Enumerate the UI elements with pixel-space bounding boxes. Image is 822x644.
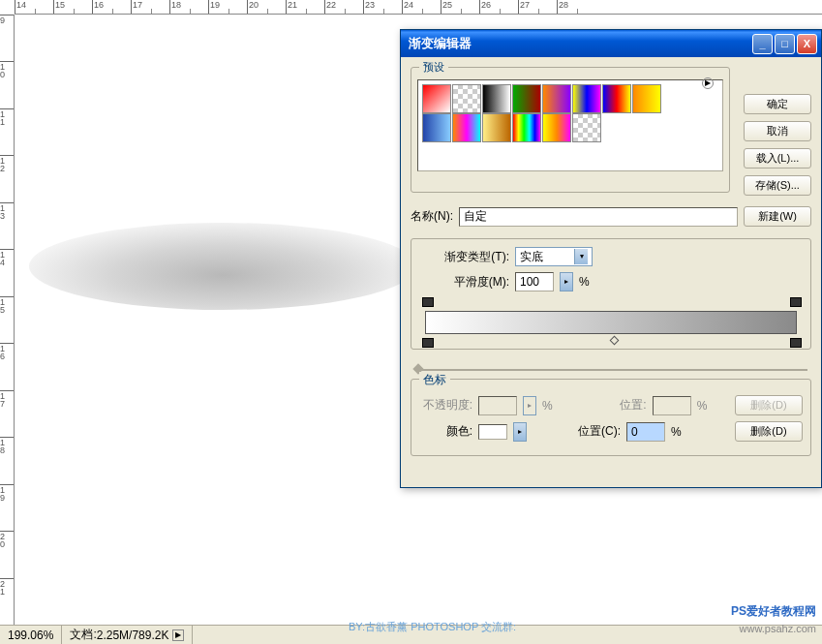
preset-swatch[interactable] <box>422 84 451 113</box>
preset-swatch[interactable] <box>572 113 601 142</box>
section-divider <box>414 369 807 371</box>
preset-swatch[interactable] <box>482 84 511 113</box>
name-input[interactable] <box>459 207 738 227</box>
smoothness-label: 平滑度(M): <box>437 274 509 291</box>
ok-button[interactable]: 确定 <box>744 94 811 114</box>
watermark-url: www.psahz.com <box>740 623 816 634</box>
position-label: 位置: <box>594 397 647 414</box>
preset-swatch[interactable] <box>512 113 541 142</box>
cancel-button[interactable]: 取消 <box>744 121 811 141</box>
opacity-spinner: ▸ <box>523 396 536 415</box>
gradient-type-label: 渐变类型(T): <box>437 249 509 265</box>
gradient-type-select[interactable]: 实底▾ <box>515 247 593 266</box>
new-button[interactable]: 新建(W) <box>744 206 811 227</box>
color-swatch[interactable] <box>478 424 507 440</box>
preset-swatch[interactable] <box>452 84 481 113</box>
maximize-button[interactable]: □ <box>775 34 795 54</box>
position-label-c: 位置(C): <box>567 423 621 440</box>
chevron-down-icon: ▾ <box>574 249 588 264</box>
preset-swatch[interactable] <box>422 113 451 142</box>
preset-swatch[interactable] <box>602 84 631 113</box>
preset-menu-icon[interactable]: ▶ <box>702 77 714 89</box>
smoothness-input[interactable] <box>515 272 554 291</box>
delete-opacity-button: 删除(D) <box>735 395 803 415</box>
opacity-stop-right[interactable] <box>790 297 800 311</box>
smoothness-spinner[interactable]: ▸ <box>560 272 573 291</box>
horizontal-ruler: 141516171819202122232425262728 <box>15 0 822 15</box>
preset-swatches[interactable] <box>417 79 723 171</box>
percent-label: % <box>579 275 590 289</box>
zoom-level[interactable]: 199.06% <box>0 626 62 644</box>
opacity-stop-left[interactable] <box>422 297 432 311</box>
load-button[interactable]: 载入(L)... <box>744 148 811 169</box>
presets-legend: 预设 <box>419 60 448 75</box>
color-picker-arrow[interactable]: ▸ <box>513 422 527 442</box>
delete-color-button[interactable]: 删除(D) <box>735 421 803 442</box>
opacity-position-input <box>653 396 691 415</box>
opacity-input <box>478 396 517 415</box>
preset-swatch[interactable] <box>512 84 541 113</box>
dialog-titlebar[interactable]: 渐变编辑器 _ □ X <box>401 30 821 57</box>
chevron-right-icon[interactable]: ▶ <box>172 629 184 641</box>
preset-swatch[interactable] <box>482 113 511 142</box>
color-position-input[interactable] <box>626 422 665 442</box>
watermark-site: PS爱好者教程网 <box>731 603 816 620</box>
name-label: 名称(N): <box>411 208 453 225</box>
stops-legend: 色标 <box>419 372 450 388</box>
gradient-ellipse-shape[interactable] <box>29 223 416 310</box>
preset-swatch[interactable] <box>542 84 571 113</box>
opacity-label: 不透明度: <box>419 397 472 414</box>
gradient-bar[interactable] <box>425 311 797 334</box>
preset-swatch[interactable] <box>452 113 481 142</box>
minimize-button[interactable]: _ <box>752 34 773 54</box>
preset-swatch[interactable] <box>542 113 571 142</box>
vertical-ruler: 9101112131415161718192021 <box>0 15 15 625</box>
save-button[interactable]: 存储(S)... <box>744 175 811 196</box>
gradient-editor-dialog: 渐变编辑器 _ □ X 确定 取消 载入(L)... 存储(S)... 预设 ▶… <box>400 29 822 488</box>
dialog-title: 渐变编辑器 <box>405 35 750 52</box>
color-label: 颜色: <box>419 423 472 440</box>
preset-swatch[interactable] <box>632 84 661 113</box>
midpoint-diamond[interactable] <box>610 336 620 346</box>
watermark-credit: BY:古欲香薰 PHOTOSHOP 交流群: <box>349 620 516 634</box>
close-button[interactable]: X <box>797 34 817 54</box>
color-stop-right[interactable] <box>790 334 800 348</box>
document-info[interactable]: 文档:2.25M/789.2K ▶ <box>62 626 193 644</box>
color-stop-left[interactable] <box>422 334 432 348</box>
preset-swatch[interactable] <box>572 84 601 113</box>
